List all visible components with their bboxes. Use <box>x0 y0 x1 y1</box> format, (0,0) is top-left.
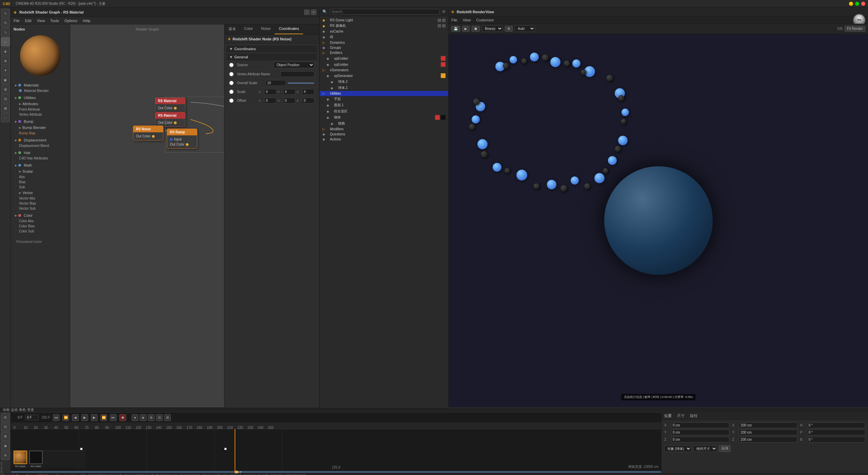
graph-canvas[interactable]: Shader Graph RS Material <box>70 24 224 407</box>
bottom-menu-4[interactable]: 管道 <box>27 407 34 412</box>
render-menu-view[interactable]: View <box>463 18 471 22</box>
apply-btn[interactable]: 应用 <box>719 445 731 452</box>
rs-noise-out-port[interactable] <box>152 135 155 138</box>
node-abs[interactable]: Abs <box>11 174 70 179</box>
anim-next-key[interactable]: ⏩ <box>100 414 107 421</box>
anim-btn-3[interactable]: ⊕ <box>148 414 155 421</box>
scene-item-xocache[interactable]: ◆ xoCache <box>320 29 448 34</box>
hair-header[interactable]: ▶ Hair <box>11 150 70 156</box>
render-canvas[interactable]: 渲染统计信息 | 帧率 | 时间 | 0:00:00 | 分辨率: 0.05x <box>449 34 868 407</box>
source-dropdown[interactable]: Object Position World Position UV <box>274 62 314 68</box>
scene-item-group[interactable]: ◆ 组 <box>320 34 448 40</box>
graph-node-rs-material-1[interactable]: RS Material Out Color <box>155 97 185 112</box>
offset-z-input[interactable] <box>302 98 314 103</box>
overall-scale-input[interactable] <box>265 80 286 86</box>
menu-options[interactable]: Options <box>64 19 77 23</box>
render-fit-btn[interactable]: Fit Render <box>845 26 865 32</box>
bump-header[interactable]: ▶ Bump <box>11 118 70 125</box>
scene-item-utilities[interactable]: ▷ Utilities <box>320 91 448 96</box>
offset-y-input[interactable] <box>283 98 295 103</box>
pos-z-input[interactable] <box>671 437 729 442</box>
tab-color[interactable]: Color <box>240 24 257 34</box>
toolbar-tool7[interactable]: ⊠ <box>1 104 10 113</box>
rot-b-input[interactable] <box>807 437 865 442</box>
node-color-bias[interactable]: Color Bias <box>11 224 70 229</box>
graph-node-rs-material-2[interactable]: RS Material Out Color <box>155 112 185 127</box>
materials-header[interactable]: ▶ Materials <box>11 82 70 88</box>
source-radio[interactable] <box>229 63 234 67</box>
anim-btn-1[interactable]: ● <box>132 414 138 421</box>
bottom-tab-position[interactable]: 位置 <box>664 413 672 418</box>
math-header[interactable]: ▶ Math <box>11 162 70 168</box>
anim-skip-end[interactable]: ⏭ <box>110 414 117 421</box>
anim-btn-2[interactable]: ◈ <box>140 414 146 421</box>
scene-item-groups[interactable]: ◆ Groups <box>320 45 448 50</box>
pos-x-input[interactable] <box>671 422 729 428</box>
vertex-attr-input[interactable] <box>280 71 314 77</box>
menu-help[interactable]: Help <box>83 19 91 23</box>
graph-node-rs-ramp[interactable]: RS Ramp Input Out Color <box>167 129 197 149</box>
scene-item-object[interactable]: ◆ 物体 <box>320 114 448 120</box>
node-vector-abs[interactable]: Vector Abs <box>11 196 70 201</box>
scene-item-actions[interactable]: ◆ Actions <box>320 137 448 142</box>
tab-noise[interactable]: Noise <box>257 24 275 34</box>
scale-z-input[interactable] <box>302 89 314 95</box>
toolbar-tool6[interactable]: ⊟ <box>1 94 10 103</box>
toolbar-select[interactable]: □ <box>1 37 10 46</box>
scene-item-xpemitter-1[interactable]: ◆ xpEmitter <box>320 55 448 61</box>
anim-skip-start[interactable]: ⏮ <box>53 414 60 421</box>
scene-item-questions[interactable]: ◆ Questions <box>320 132 448 137</box>
node-c4d-hair[interactable]: C4D Hair Attributes <box>11 156 70 161</box>
node-vector-bias[interactable]: Vector Bias <box>11 201 70 206</box>
menu-view[interactable]: View <box>37 19 45 23</box>
rs-ramp-out-dot[interactable] <box>186 143 189 146</box>
toolbar-tool8[interactable]: ⋯ <box>1 113 10 122</box>
node-sub[interactable]: Sub <box>11 185 70 190</box>
coord-type-select[interactable]: 绝对尺寸 <box>693 445 717 452</box>
menu-file[interactable]: File <box>14 19 20 23</box>
scene-item-xgenerators[interactable]: ▷ xGenerators <box>320 68 448 73</box>
bottom-menu-3[interactable]: 角色 <box>19 407 26 412</box>
menu-tools[interactable]: Tools <box>50 19 59 23</box>
node-vertex-attribute[interactable]: Vertex Attribute <box>11 112 70 117</box>
anim-record[interactable]: ⏺ <box>119 414 126 421</box>
toolbar-move[interactable]: ↖ <box>1 9 10 18</box>
vector-header[interactable]: ▶ Vector <box>11 190 70 196</box>
node-material-blender[interactable]: Material Blender <box>11 88 70 93</box>
coordinates-section-header[interactable]: ▼ Coordinates <box>226 45 317 52</box>
timeline-tracks[interactable]: 125.0 网格宽度: 10000 cm <box>11 429 661 471</box>
maximize-btn[interactable] <box>855 2 859 6</box>
bump-blender-header[interactable]: ▶ Bump Blender <box>11 125 70 131</box>
toolbar-rotate[interactable]: ↻ <box>1 18 10 27</box>
current-frame-input[interactable] <box>25 415 39 420</box>
tab-coordinates[interactable]: Coordinates <box>275 24 303 34</box>
bottom-tool-4[interactable]: ◉ <box>1 441 10 450</box>
anim-btn-4[interactable]: ⊟ <box>156 414 163 421</box>
minimize-btn[interactable] <box>849 2 853 6</box>
render-auto-select[interactable]: Auto <box>515 25 535 32</box>
node-bump-map[interactable]: Bump Map <box>11 131 70 136</box>
toolbar-scale[interactable]: ⤡ <box>1 28 10 37</box>
scene-item-rs-dome-light[interactable]: ◆ RS Dome Light <box>320 18 448 23</box>
displacement-header[interactable]: ▶ Displacement <box>11 137 70 143</box>
vertex-attr-radio[interactable] <box>229 72 234 76</box>
anim-play[interactable]: ▶ <box>81 414 88 421</box>
scale-x-input[interactable] <box>264 89 276 95</box>
bottom-tool-3[interactable]: ⊠ <box>1 432 10 441</box>
overall-scale-radio[interactable] <box>229 81 234 85</box>
color-header[interactable]: ▶ Color <box>11 212 70 218</box>
bottom-tab-size[interactable]: 尺寸 <box>677 413 685 418</box>
scale-radio[interactable] <box>229 90 234 94</box>
toolbar-tool4[interactable]: ◉ <box>1 75 10 84</box>
toolbar-tool3[interactable]: ✦ <box>1 66 10 75</box>
object-type-select[interactable]: 对象 (球体) <box>664 445 691 452</box>
scene-graph-search[interactable] <box>330 9 439 15</box>
anim-next-frame[interactable]: ▶ <box>91 414 98 421</box>
bottom-menu-2[interactable]: 运动 <box>11 407 18 412</box>
rs-material-2-out-port[interactable] <box>174 121 177 124</box>
shader-close-btn[interactable]: × <box>311 10 316 15</box>
scene-item-plane[interactable]: ◆ 平面 <box>320 96 448 102</box>
scene-item-dynamics[interactable]: ▷ Dynamics <box>320 40 448 45</box>
material-thumb-2[interactable] <box>29 451 43 464</box>
scene-item-cells[interactable]: ◆ 细胞 <box>320 120 448 127</box>
